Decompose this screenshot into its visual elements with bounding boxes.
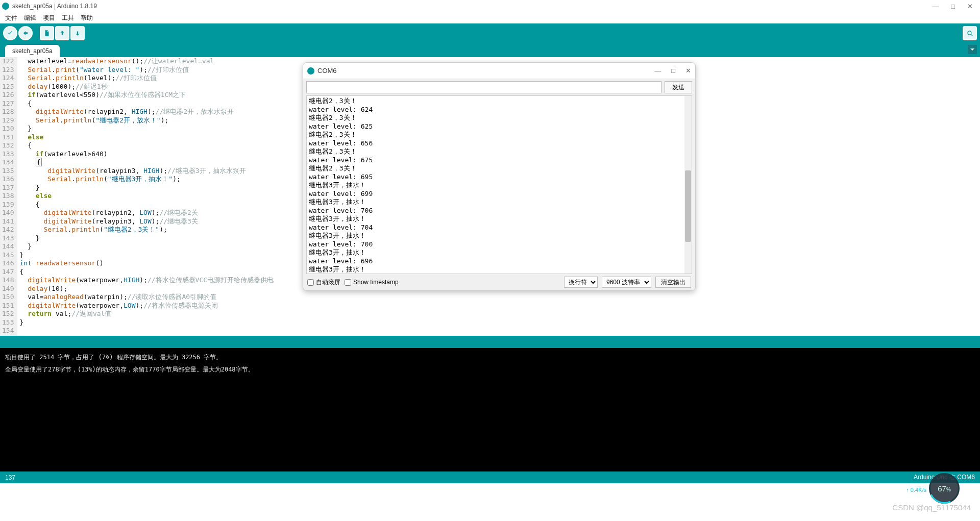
clear-output-button[interactable]: 清空输出 (655, 277, 691, 288)
status-left: 137 (5, 474, 15, 481)
serial-maximize-icon[interactable]: □ (671, 67, 675, 75)
toolbar (0, 23, 980, 43)
autoscroll-label: 自动滚屏 (316, 278, 340, 287)
svg-point-0 (968, 31, 971, 35)
tab-strip: sketch_apr05a (0, 43, 980, 57)
verify-button[interactable] (3, 26, 17, 40)
status-bar: 137 Arduino Uno 在 COM6 (0, 472, 980, 483)
menu-bar: 文件 编辑 项目 工具 帮助 (0, 12, 980, 23)
serial-send-button[interactable]: 发送 (665, 81, 692, 93)
serial-window-controls: — □ ✕ (654, 67, 691, 75)
timestamp-label: Show timestamp (353, 279, 399, 286)
close-icon[interactable]: ✕ (967, 3, 973, 10)
serial-close-icon[interactable]: ✕ (685, 67, 691, 75)
menu-sketch[interactable]: 项目 (40, 13, 58, 23)
serial-send-row: 发送 (303, 79, 695, 95)
baud-select[interactable]: 9600 波特率 (602, 277, 651, 288)
new-button[interactable] (40, 26, 54, 40)
minimize-icon[interactable]: — (932, 3, 939, 10)
editor-divider (0, 336, 980, 348)
line-ending-select[interactable]: 换行符 (564, 277, 598, 288)
usage-gauge: 67% (929, 473, 960, 504)
menu-file[interactable]: 文件 (2, 13, 20, 23)
menu-tools[interactable]: 工具 (59, 13, 77, 23)
upload-button[interactable] (18, 26, 33, 40)
build-console: 项目使用了 2514 字节，占用了 (7%) 程序存储空间。最大为 32256 … (0, 348, 980, 472)
tab-sketch[interactable]: sketch_apr05a (5, 45, 60, 57)
serial-minimize-icon[interactable]: — (654, 67, 661, 75)
title-bar: sketch_apr05a | Arduino 1.8.19 — □ ✕ (0, 0, 980, 12)
serial-output[interactable]: 继电器2，3关！water level: 624继电器2，3关！water le… (306, 95, 692, 274)
serial-footer: 自动滚屏 Show timestamp 换行符 9600 波特率 清空输出 (303, 274, 695, 290)
serial-scroll-thumb[interactable] (685, 170, 691, 242)
save-button[interactable] (70, 26, 85, 40)
window-title: sketch_apr05a | Arduino 1.8.19 (12, 3, 932, 10)
menu-edit[interactable]: 编辑 (21, 13, 39, 23)
serial-input[interactable] (306, 81, 662, 93)
window-controls: — □ ✕ (932, 3, 978, 10)
serial-monitor-button[interactable] (963, 26, 977, 40)
menu-help[interactable]: 帮助 (78, 13, 96, 23)
autoscroll-checkbox[interactable]: 自动滚屏 (307, 278, 340, 287)
tab-menu-button[interactable] (968, 45, 977, 54)
app-icon (2, 3, 9, 10)
timestamp-checkbox[interactable]: Show timestamp (345, 279, 399, 286)
network-speed-label: ↑ 0.4K/s (906, 487, 926, 493)
serial-title: COM6 (317, 67, 654, 75)
open-button[interactable] (55, 26, 69, 40)
serial-app-icon (307, 67, 314, 75)
line-gutter: 1221231241251261271281291301311321331341… (0, 57, 17, 336)
watermark: CSDN @qq_51175044 (892, 503, 971, 512)
serial-title-bar: COM6 — □ ✕ (303, 63, 695, 79)
maximize-icon[interactable]: □ (951, 3, 955, 10)
serial-scrollbar[interactable] (684, 96, 692, 274)
serial-monitor-window: COM6 — □ ✕ 发送 继电器2，3关！water level: 624继电… (303, 62, 696, 291)
